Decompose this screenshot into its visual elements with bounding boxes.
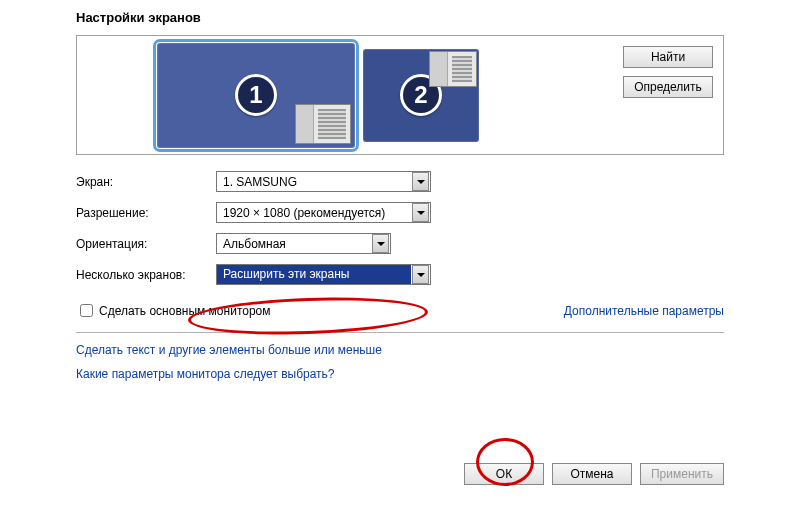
ok-button[interactable]: ОК (464, 463, 544, 485)
screen-dropdown[interactable]: 1. SAMSUNG (216, 171, 431, 192)
multiple-displays-dropdown[interactable]: Расширить эти экраны (216, 264, 431, 285)
monitor-1[interactable]: 1 (157, 43, 355, 148)
dropdown-arrow-icon (412, 203, 429, 222)
cancel-button[interactable]: Отмена (552, 463, 632, 485)
monitor-2-window-icon (429, 51, 477, 87)
find-button[interactable]: Найти (623, 46, 713, 68)
divider (76, 332, 724, 333)
monitor-2[interactable]: 2 (363, 49, 479, 142)
make-main-monitor-label: Сделать основным монитором (99, 304, 271, 318)
screen-dropdown-value: 1. SAMSUNG (217, 175, 411, 189)
which-params-link[interactable]: Какие параметры монитора следует выбрать… (76, 367, 724, 381)
dropdown-arrow-icon (412, 172, 429, 191)
monitor-1-window-icon (295, 104, 351, 144)
monitor-1-number: 1 (235, 74, 277, 116)
resolution-dropdown-value: 1920 × 1080 (рекомендуется) (217, 206, 411, 220)
orientation-dropdown-value: Альбомная (217, 237, 371, 251)
label-orientation: Ориентация: (76, 237, 216, 251)
text-size-link[interactable]: Сделать текст и другие элементы больше и… (76, 343, 724, 357)
label-screen: Экран: (76, 175, 216, 189)
resolution-dropdown[interactable]: 1920 × 1080 (рекомендуется) (216, 202, 431, 223)
identify-button[interactable]: Определить (623, 76, 713, 98)
label-multiple-displays: Несколько экранов: (76, 268, 216, 282)
advanced-settings-link[interactable]: Дополнительные параметры (564, 304, 724, 318)
orientation-dropdown[interactable]: Альбомная (216, 233, 391, 254)
make-main-monitor-checkbox[interactable] (80, 304, 93, 317)
dropdown-arrow-icon (372, 234, 389, 253)
dropdown-arrow-icon (412, 265, 429, 284)
page-title: Настройки экранов (76, 10, 724, 25)
multiple-displays-dropdown-value: Расширить эти экраны (217, 265, 411, 284)
monitor-preview-area: 1 2 Найти Определить (76, 35, 724, 155)
apply-button: Применить (640, 463, 724, 485)
label-resolution: Разрешение: (76, 206, 216, 220)
